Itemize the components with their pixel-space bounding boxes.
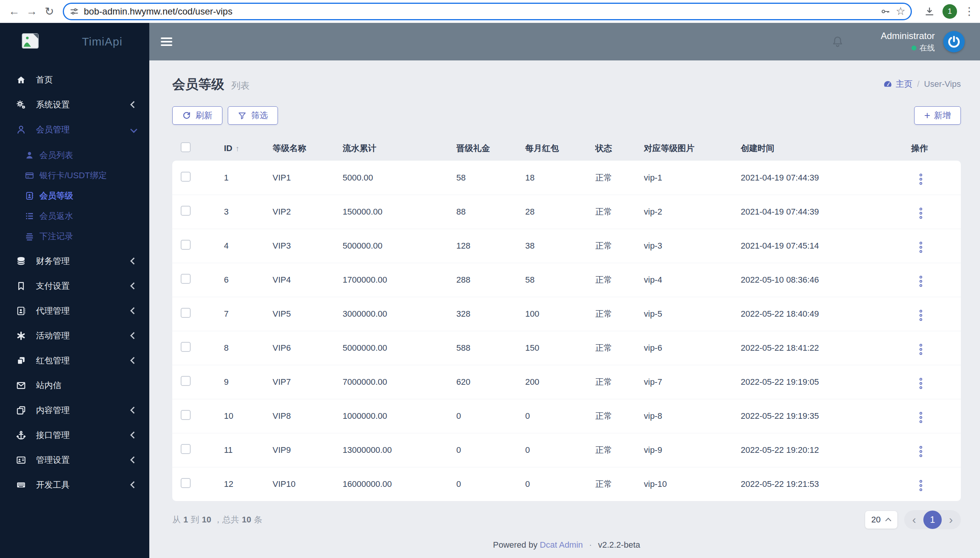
sidebar-item-content-management[interactable]: 内容管理 (0, 398, 149, 423)
avatar[interactable] (943, 31, 965, 53)
cell-monthly_redpacket: 38 (525, 241, 595, 251)
breadcrumb-home[interactable]: 主页 (896, 79, 912, 90)
sidebar-item-finance-management[interactable]: 财务管理 (0, 249, 149, 274)
sidebar-item-member-level[interactable]: 会员等级 (0, 185, 149, 206)
cell-id: 12 (224, 479, 273, 489)
column-header-2: 流水累计 (343, 143, 456, 154)
copy-icon (15, 405, 28, 415)
row-actions-button[interactable] (917, 478, 924, 493)
sidebar-item-api-management[interactable]: 接口管理 (0, 423, 149, 448)
sidebar-item-site-mail[interactable]: 站内信 (0, 373, 149, 398)
row-actions-button[interactable] (917, 410, 924, 425)
row-checkbox[interactable] (181, 444, 191, 454)
row-checkbox-cell (172, 240, 224, 252)
sidebar-item-label: 系统设置 (36, 99, 70, 110)
browser-menu-icon[interactable]: ⋮ (964, 5, 975, 18)
cell-turnover: 7000000.00 (343, 377, 456, 387)
table-header-row: ID↑等级名称流水累计晋级礼金每月红包状态对应等级图片创建时间操作 (172, 136, 961, 161)
sidebar-item-bank-usdt-binding[interactable]: 银行卡/USDT绑定 (0, 165, 149, 185)
filter-button[interactable]: 筛选 (228, 106, 278, 125)
cell-monthly_redpacket: 150 (525, 343, 595, 353)
sidebar-item-system-settings[interactable]: 系统设置 (0, 92, 149, 117)
cell-status: 正常 (595, 172, 644, 184)
user-menu[interactable]: Administrator 在线 (881, 31, 935, 53)
cell-name: VIP9 (273, 445, 343, 455)
sidebar-item-member-list[interactable]: 会员列表 (0, 145, 149, 165)
forward-button[interactable]: → (23, 5, 41, 18)
sidebar-item-dev-tools[interactable]: 开发工具 (0, 472, 149, 497)
row-actions-button[interactable] (917, 376, 924, 391)
sidebar-item-payment-settings[interactable]: 支付设置 (0, 274, 149, 298)
sidebar-item-member-rebate[interactable]: 会员返水 (0, 206, 149, 226)
dcat-admin-link[interactable]: Dcat Admin (540, 540, 583, 550)
cell-monthly_redpacket: 58 (525, 275, 595, 285)
sidebar-item-home[interactable]: 首页 (0, 67, 149, 92)
cell-created_at: 2021-04-19 07:44:39 (741, 207, 911, 217)
clone-icon (15, 356, 28, 366)
sidebar-item-activity-management[interactable]: 活动管理 (0, 323, 149, 348)
row-checkbox[interactable] (181, 342, 191, 352)
sidebar-item-label: 开发工具 (36, 479, 70, 491)
sort-asc-icon[interactable]: ↑ (236, 144, 239, 153)
notifications-bell-icon[interactable] (831, 35, 844, 48)
row-checkbox[interactable] (181, 308, 191, 318)
column-header-5: 状态 (595, 143, 644, 154)
current-page-button[interactable]: 1 (923, 510, 942, 529)
cell-turnover: 3000000.00 (343, 309, 456, 319)
row-actions-button[interactable] (917, 307, 924, 323)
table-row: 11VIP913000000.0000正常vip-92022-05-22 19:… (172, 433, 961, 467)
sidebar-item-member-management[interactable]: 会员管理 (0, 117, 149, 142)
row-actions-button[interactable] (917, 205, 924, 221)
row-checkbox[interactable] (181, 206, 191, 216)
row-checkbox[interactable] (181, 274, 191, 284)
prev-page-button[interactable]: ‹ (909, 514, 919, 525)
address-bar[interactable]: bob-admin.hwymw.net/cod/user-vips ☆ (63, 3, 912, 20)
sidebar-item-agent-management[interactable]: 代理管理 (0, 298, 149, 323)
row-actions-cell (911, 407, 961, 425)
refresh-button[interactable]: 刷新 (172, 106, 222, 125)
row-checkbox[interactable] (181, 172, 191, 182)
reload-button[interactable]: ↻ (41, 5, 58, 18)
row-actions-button[interactable] (917, 341, 924, 357)
site-settings-icon[interactable] (69, 7, 79, 16)
sidebar-item-label: 管理设置 (36, 455, 70, 466)
row-checkbox[interactable] (181, 410, 191, 420)
sidebar-item-admin-settings[interactable]: 管理设置 (0, 448, 149, 472)
row-actions-button[interactable] (917, 444, 924, 460)
cell-status: 正常 (595, 240, 644, 252)
sidebar-item-bet-records[interactable]: 下注记录 (0, 226, 149, 246)
add-button[interactable]: + 新增 (914, 106, 961, 125)
chevron-left-icon (130, 282, 137, 289)
row-checkbox[interactable] (181, 478, 191, 488)
row-actions-cell (911, 203, 961, 221)
column-header-label: ID (224, 143, 232, 153)
download-icon[interactable] (924, 6, 935, 17)
row-actions-button[interactable] (917, 171, 924, 187)
row-actions-button[interactable] (917, 274, 924, 289)
row-checkbox[interactable] (181, 240, 191, 250)
funnel-icon (238, 111, 247, 120)
address-book-icon (15, 306, 28, 316)
sidebar-toggle-button[interactable] (161, 36, 172, 48)
column-header-0[interactable]: ID↑ (224, 143, 273, 153)
bookmark-star-icon[interactable]: ☆ (896, 5, 905, 18)
password-key-icon[interactable] (881, 7, 890, 16)
user-icon (24, 151, 35, 160)
select-all-checkbox[interactable] (181, 142, 191, 152)
logo[interactable]: TimiApi (0, 23, 149, 61)
url-text[interactable]: bob-admin.hwymw.net/cod/user-vips (84, 6, 875, 17)
sidebar-item-redpacket-management[interactable]: 红包管理 (0, 348, 149, 373)
filter-label: 筛选 (251, 110, 268, 121)
row-actions-button[interactable] (917, 240, 924, 255)
pager: ‹ 1 › (904, 510, 961, 529)
browser-profile-avatar[interactable]: 1 (942, 4, 957, 19)
per-page-select[interactable]: 20 (865, 511, 897, 528)
cell-monthly_redpacket: 0 (525, 411, 595, 421)
cell-monthly_redpacket: 200 (525, 377, 595, 387)
select-all-cell (172, 142, 224, 154)
back-button[interactable]: ← (5, 5, 23, 18)
cell-monthly_redpacket: 28 (525, 207, 595, 217)
sidebar-item-label: 会员等级 (40, 190, 73, 202)
row-checkbox[interactable] (181, 376, 191, 386)
next-page-button[interactable]: › (946, 514, 955, 525)
